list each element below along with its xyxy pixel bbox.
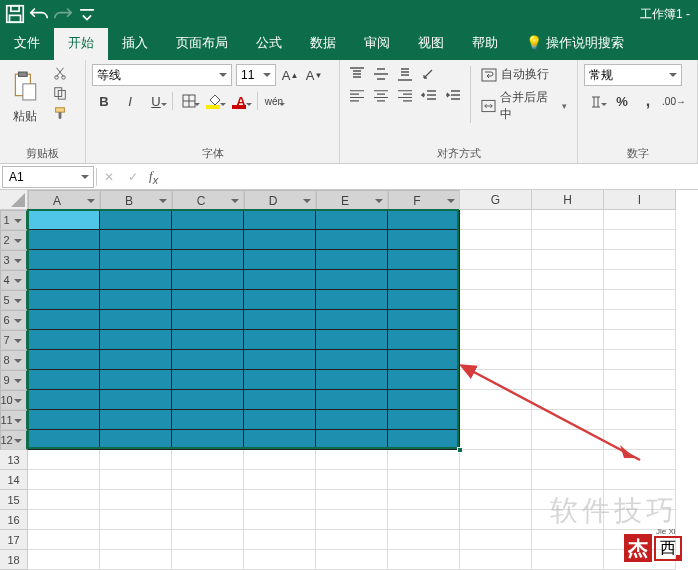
font-size-select[interactable]: 11 xyxy=(236,64,276,86)
orientation-button[interactable] xyxy=(418,64,440,84)
bold-button[interactable]: B xyxy=(92,90,116,112)
comma-button[interactable]: , xyxy=(636,90,660,112)
col-header-I[interactable]: I xyxy=(604,190,676,210)
col-header-E[interactable]: E xyxy=(316,190,388,212)
svg-rect-2 xyxy=(10,15,21,22)
formula-bar[interactable] xyxy=(162,166,698,188)
row-header-1[interactable]: 1 xyxy=(0,210,28,230)
name-box[interactable]: A1 xyxy=(2,166,94,188)
font-group-label: 字体 xyxy=(92,144,333,161)
tab-文件[interactable]: 文件 xyxy=(0,28,54,60)
tab-插入[interactable]: 插入 xyxy=(108,28,162,60)
col-header-H[interactable]: H xyxy=(532,190,604,210)
increase-decimal-button[interactable]: .00→ xyxy=(662,90,686,112)
row-header-9[interactable]: 9 xyxy=(0,370,28,390)
row-header-3[interactable]: 3 xyxy=(0,250,28,270)
row-header-11[interactable]: 11 xyxy=(0,410,28,430)
col-header-G[interactable]: G xyxy=(460,190,532,210)
col-header-A[interactable]: A xyxy=(28,190,100,212)
row-header-2[interactable]: 2 xyxy=(0,230,28,250)
align-right-button[interactable] xyxy=(394,86,416,106)
fx-icon[interactable]: fx xyxy=(145,168,162,186)
align-group-label: 对齐方式 xyxy=(346,144,571,161)
row-header-7[interactable]: 7 xyxy=(0,330,28,350)
align-left-button[interactable] xyxy=(346,86,368,106)
svg-rect-4 xyxy=(19,72,28,76)
row-header-8[interactable]: 8 xyxy=(0,350,28,370)
align-center-button[interactable] xyxy=(370,86,392,106)
workbook-name: 工作簿1 - xyxy=(640,6,690,23)
row-header-14[interactable]: 14 xyxy=(0,470,28,490)
percent-button[interactable]: % xyxy=(610,90,634,112)
svg-rect-10 xyxy=(56,108,65,112)
increase-font-button[interactable]: A▲ xyxy=(280,65,300,85)
col-header-F[interactable]: F xyxy=(388,190,460,212)
row-header-10[interactable]: 10 xyxy=(0,390,28,410)
merge-center-button[interactable]: 合并后居中▾ xyxy=(477,87,571,125)
phonetic-button[interactable]: wén xyxy=(262,90,286,112)
save-button[interactable] xyxy=(4,3,26,25)
wrap-text-button[interactable]: 自动换行 xyxy=(477,64,571,85)
row-header-17[interactable]: 17 xyxy=(0,530,28,550)
redo-button[interactable] xyxy=(52,3,74,25)
italic-button[interactable]: I xyxy=(118,90,142,112)
row-header-4[interactable]: 4 xyxy=(0,270,28,290)
svg-rect-12 xyxy=(482,69,496,81)
accounting-format-button[interactable] xyxy=(584,90,608,112)
qat-customize[interactable] xyxy=(76,3,98,25)
decrease-indent-button[interactable] xyxy=(418,86,440,106)
number-format-select[interactable]: 常规 xyxy=(584,64,682,86)
increase-indent-button[interactable] xyxy=(442,86,464,106)
fill-color-button[interactable] xyxy=(203,90,227,112)
borders-button[interactable] xyxy=(177,90,201,112)
paste-label[interactable]: 粘贴 xyxy=(13,108,37,125)
align-middle-button[interactable] xyxy=(370,64,392,84)
number-group-label: 数字 xyxy=(584,144,691,161)
font-color-button[interactable]: A xyxy=(229,90,253,112)
tab-帮助[interactable]: 帮助 xyxy=(458,28,512,60)
clipboard-group-label: 剪贴板 xyxy=(6,144,79,161)
undo-button[interactable] xyxy=(28,3,50,25)
tab-审阅[interactable]: 审阅 xyxy=(350,28,404,60)
format-painter-button[interactable] xyxy=(50,104,70,122)
cancel-formula-button[interactable]: ✕ xyxy=(97,170,121,184)
align-top-button[interactable] xyxy=(346,64,368,84)
row-header-5[interactable]: 5 xyxy=(0,290,28,310)
svg-rect-1 xyxy=(11,6,19,12)
col-header-B[interactable]: B xyxy=(100,190,172,212)
tell-me[interactable]: 💡操作说明搜索 xyxy=(512,28,638,60)
col-header-C[interactable]: C xyxy=(172,190,244,212)
svg-rect-5 xyxy=(23,84,36,100)
cut-button[interactable] xyxy=(50,64,70,82)
tab-开始[interactable]: 开始 xyxy=(54,28,108,60)
row-header-15[interactable]: 15 xyxy=(0,490,28,510)
decrease-font-button[interactable]: A▼ xyxy=(304,65,324,85)
row-header-18[interactable]: 18 xyxy=(0,550,28,570)
row-header-13[interactable]: 13 xyxy=(0,450,28,470)
align-bottom-button[interactable] xyxy=(394,64,416,84)
copy-button[interactable] xyxy=(50,84,70,102)
tab-视图[interactable]: 视图 xyxy=(404,28,458,60)
enter-formula-button[interactable]: ✓ xyxy=(121,170,145,184)
row-header-16[interactable]: 16 xyxy=(0,510,28,530)
tab-公式[interactable]: 公式 xyxy=(242,28,296,60)
row-header-12[interactable]: 12 xyxy=(0,430,28,450)
paste-button[interactable] xyxy=(6,64,44,108)
cell-grid[interactable] xyxy=(28,210,698,570)
tab-页面布局[interactable]: 页面布局 xyxy=(162,28,242,60)
tab-数据[interactable]: 数据 xyxy=(296,28,350,60)
underline-button[interactable]: U xyxy=(144,90,168,112)
row-header-6[interactable]: 6 xyxy=(0,310,28,330)
select-all-corner[interactable] xyxy=(0,190,28,210)
font-name-select[interactable]: 等线 xyxy=(92,64,232,86)
col-header-D[interactable]: D xyxy=(244,190,316,212)
